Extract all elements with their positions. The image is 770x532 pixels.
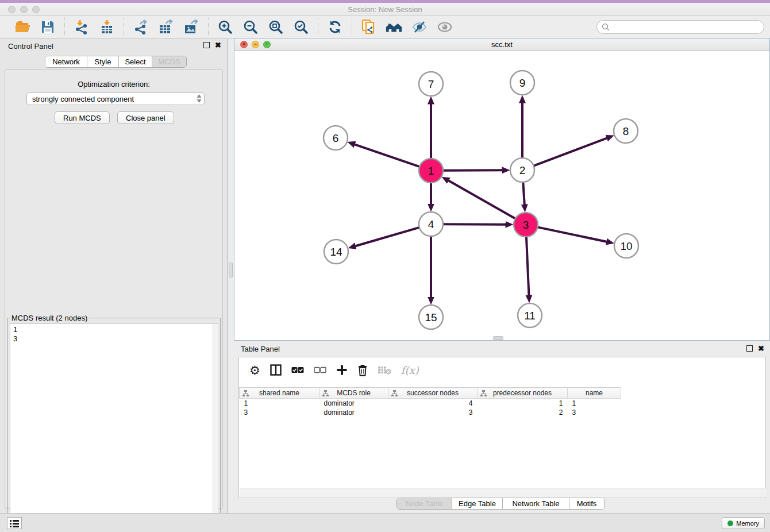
search-input[interactable] [610,21,764,33]
zoom-in-button[interactable] [217,18,234,36]
open-session-button[interactable] [14,18,31,36]
home-button[interactable] [386,18,403,36]
edge-3-1[interactable] [448,180,515,218]
trash-icon [357,364,368,376]
clone-network-icon [361,19,377,35]
chevron-up-down-icon [197,94,202,103]
cell-successor-nodes[interactable]: 3 [388,408,478,417]
split-divider-handle-horizontal[interactable] [493,336,503,340]
search-icon [602,23,610,31]
edge-3-11[interactable] [526,237,529,295]
delete-table-button[interactable] [378,363,391,377]
network-window-titlebar[interactable]: ✕ − + scc.txt [234,38,769,51]
col-shared-name[interactable]: shared name [240,388,319,399]
function-builder-button[interactable]: f(x) [401,363,419,377]
tab-network[interactable]: Network [45,56,87,67]
import-network-button[interactable] [73,18,90,36]
result-scrollbar-track[interactable] [213,324,218,531]
edge-2-3[interactable] [523,182,524,205]
cell-mcds-role[interactable]: dominator [319,408,388,417]
close-panel-icon[interactable]: ✖ [215,42,221,48]
table-panel-title: Table Panel [241,345,280,353]
zoom-out-button[interactable] [242,18,259,36]
zoom-fit-button[interactable] [267,18,284,36]
cell-name[interactable]: 1 [568,399,621,408]
float-panel-icon[interactable] [203,42,210,48]
table-float-panel-icon[interactable] [746,345,753,352]
export-table-button[interactable] [157,18,175,36]
cell-predecessor-nodes[interactable]: 1 [478,399,568,408]
unchecked-boxes-icon [314,367,326,373]
tab-mcds[interactable]: MCDS [152,56,186,67]
table-panel: Table Panel ✖ ⚙ [234,342,770,499]
tab-style[interactable]: Style [87,56,119,67]
cell-predecessor-nodes[interactable]: 2 [478,408,568,417]
delete-table-icon [378,365,391,375]
col-name[interactable]: name [568,388,621,399]
table-row[interactable]: 3 dominator 3 2 3 [240,408,766,417]
create-column-button[interactable] [336,363,348,377]
export-network-button[interactable] [132,18,149,36]
graph-node-label-3: 3 [523,219,529,231]
search-field[interactable] [596,20,764,34]
cell-mcds-role[interactable]: dominator [319,399,388,408]
mcds-result-textarea[interactable]: 1 3 [10,323,218,531]
memory-button[interactable]: Memory [722,517,765,529]
split-divider-handle-vertical[interactable] [229,263,233,277]
tab-select[interactable]: Select [119,56,152,67]
col-predecessor-nodes[interactable]: predecessor nodes [478,388,568,399]
status-bar: Memory [0,513,770,532]
delete-column-button[interactable] [357,363,368,377]
edge-4-14[interactable] [356,228,419,246]
graph-node-label-7: 7 [428,78,434,90]
close-panel-button[interactable]: Close panel [117,111,174,124]
import-network-icon [74,20,89,34]
unselect-all-button[interactable] [314,363,326,377]
show-graphics-details-button[interactable] [411,18,428,36]
tab-motifs[interactable]: Motifs [569,498,604,509]
export-image-button[interactable] [183,18,200,36]
cell-shared-name[interactable]: 3 [240,408,319,417]
table-close-panel-icon[interactable]: ✖ [758,345,764,352]
edge-1-6[interactable] [355,144,419,167]
edge-1-2[interactable] [443,170,502,171]
edge-4-3[interactable] [443,224,506,225]
table-row[interactable]: 1 dominator 4 1 1 [240,399,766,408]
control-panel-tabs: Network Style Select MCDS [45,56,187,68]
memory-label: Memory [736,520,759,527]
zoom-fit-icon [268,20,283,34]
edge-3-10[interactable] [538,227,607,241]
zoom-selected-button[interactable] [292,18,310,36]
cell-name[interactable]: 3 [568,408,621,417]
table-horizontal-scrollbar[interactable] [240,488,766,497]
col-successor-nodes[interactable]: successor nodes [388,388,478,399]
network-canvas[interactable]: 7968124314101511 [234,51,769,340]
run-mcds-button[interactable]: Run MCDS [55,111,110,124]
zoom-selected-icon [294,20,309,34]
save-session-button[interactable] [39,18,56,36]
col-mcds-role[interactable]: MCDS role [319,388,388,399]
clone-network-button[interactable] [360,18,378,36]
cell-successor-nodes[interactable]: 4 [388,399,478,408]
graph-node-label-15: 15 [425,311,437,323]
network-graph[interactable]: 7968124314101511 [234,51,769,340]
edge-2-8[interactable] [534,138,607,165]
optimization-criterion-select[interactable]: strongly connected component [26,92,205,105]
mcds-panel: Optimization criterion: strongly connect… [5,69,223,509]
tab-node-table[interactable]: Node Table [397,498,452,509]
cell-shared-name[interactable]: 1 [240,399,319,408]
open-folder-icon [15,20,30,34]
apply-layout-button[interactable] [326,18,344,36]
table-settings-button[interactable]: ⚙ [249,363,260,377]
optimization-criterion-label: Optimization criterion: [5,80,222,88]
task-history-button[interactable] [7,517,22,529]
select-all-button[interactable] [291,363,304,377]
show-columns-button[interactable] [270,363,282,377]
window-titlebar: Session: New Session [0,0,770,16]
birds-eye-view-button[interactable] [436,18,453,36]
eye-slash-icon [411,20,428,34]
tab-edge-table[interactable]: Edge Table [452,498,503,509]
hierarchy-icon [480,390,487,398]
import-table-button[interactable] [98,18,116,36]
tab-network-table[interactable]: Network Table [503,498,569,509]
